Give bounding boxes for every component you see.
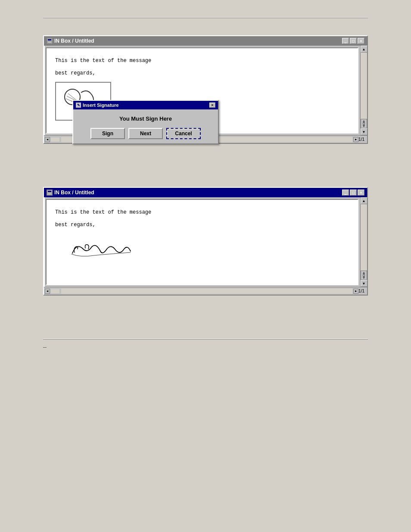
sign-button[interactable]: Sign xyxy=(90,128,125,139)
scroll-up-1[interactable]: ▲ xyxy=(361,46,367,53)
window-controls-2: _ □ × xyxy=(342,190,364,196)
dialog-titlebar: ✎ Insert Signature × xyxy=(73,101,218,109)
signature-handwriting-svg xyxy=(68,236,137,262)
svg-rect-11 xyxy=(48,191,51,192)
message-line2-1: best regards, xyxy=(55,69,349,78)
bottom-bar-2: ◄ ► 1/1 xyxy=(44,287,367,295)
minimize-btn-2[interactable]: _ xyxy=(342,190,349,196)
svg-rect-1 xyxy=(48,39,51,40)
scroll-down-1[interactable]: ▼ xyxy=(361,128,367,135)
svg-line-5 xyxy=(68,93,77,100)
dialog-message: You Must Sign Here xyxy=(80,115,211,122)
next-button[interactable]: Next xyxy=(128,128,163,139)
scroll-track-2[interactable] xyxy=(361,204,367,271)
window-icon-2 xyxy=(47,190,53,196)
inserted-signature xyxy=(68,236,349,264)
close-btn-2[interactable]: × xyxy=(358,190,364,196)
titlebar-2: IN Box / Untitled _ □ × xyxy=(44,188,367,197)
svg-text:✎: ✎ xyxy=(77,103,80,107)
titlebar-1: IN Box / Untitled _ □ × xyxy=(44,36,367,46)
scroll-down-2[interactable]: ▼ xyxy=(361,280,367,287)
window-body-2: This is the text of the message best reg… xyxy=(44,197,367,287)
dialog-icon: ✎ xyxy=(76,103,81,108)
scroll-up-2[interactable]: ▲ xyxy=(361,197,367,204)
dialog-close-btn[interactable]: × xyxy=(209,103,215,108)
window-main-1: This is the text of the message best reg… xyxy=(44,46,360,135)
window-2: IN Box / Untitled _ □ × This is the text… xyxy=(43,187,368,296)
side-tab-1[interactable]: ≪≫ xyxy=(361,119,367,128)
maximize-btn-1[interactable]: □ xyxy=(350,38,357,44)
window-body-1: This is the text of the message best reg… xyxy=(44,46,367,135)
scrollbar-1: ▲ ≪≫ ▼ xyxy=(360,46,367,135)
bottom-underscore: _ xyxy=(43,341,368,348)
message-line1-2: This is the text of the message xyxy=(55,208,349,217)
dialog-title: Insert Signature xyxy=(83,103,119,108)
window-title-1: IN Box / Untitled xyxy=(54,38,94,44)
window-main-2: This is the text of the message best reg… xyxy=(44,197,360,287)
nav-left-1[interactable]: ◄ xyxy=(45,137,50,142)
nav-right-2[interactable]: ► xyxy=(353,289,358,294)
window-1: IN Box / Untitled _ □ × This is the text… xyxy=(43,35,368,144)
side-tab-2[interactable]: ≪≫ xyxy=(361,271,367,280)
page-indicator-1: 1/1 xyxy=(358,137,364,142)
h-scrollbar-2[interactable] xyxy=(61,289,352,294)
message-line1-1: This is the text of the message xyxy=(55,57,349,65)
window-title-2: IN Box / Untitled xyxy=(54,190,94,196)
nav-left-2[interactable]: ◄ xyxy=(45,289,50,294)
dialog-frame: ✎ Insert Signature × You Must Sign Here xyxy=(72,100,219,144)
insert-signature-dialog: ✎ Insert Signature × You Must Sign Here xyxy=(72,100,219,144)
window-content-1: This is the text of the message best reg… xyxy=(46,47,358,134)
message-line2-2: best regards, xyxy=(55,221,349,229)
maximize-btn-2[interactable]: □ xyxy=(350,190,357,196)
window-icon-1 xyxy=(47,38,53,44)
window-content-2: This is the text of the message best reg… xyxy=(46,199,358,285)
minimize-btn-1[interactable]: _ xyxy=(342,38,349,44)
dialog-body: You Must Sign Here Sign Next Cancel xyxy=(73,109,218,143)
scroll-track-1[interactable] xyxy=(361,53,367,119)
page-indicator-2: 1/1 xyxy=(358,289,364,293)
dialog-buttons: Sign Next Cancel xyxy=(80,128,211,139)
close-btn-1[interactable]: × xyxy=(358,38,364,44)
scrollbar-2: ▲ ≪≫ ▼ xyxy=(360,197,367,287)
cancel-button[interactable]: Cancel xyxy=(166,128,201,139)
nav-right-1[interactable]: ► xyxy=(353,137,358,142)
window-controls-1: _ □ × xyxy=(342,38,364,44)
